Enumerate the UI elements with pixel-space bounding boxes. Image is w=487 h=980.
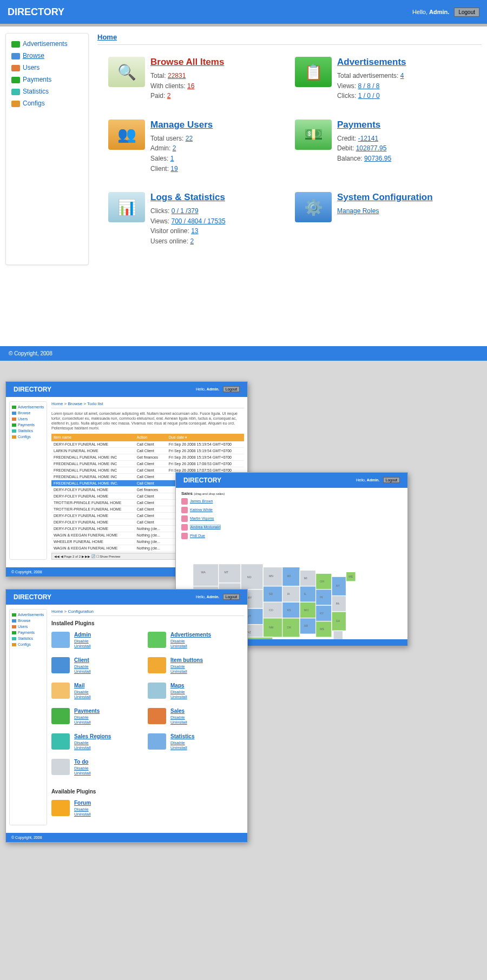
plugin-statistics: StatisticsDisableUninstall <box>148 733 244 750</box>
plugin-advertisements: AdvertisementsDisableUninstall <box>148 632 244 648</box>
svg-text:AR: AR <box>304 624 308 627</box>
menu-icon <box>11 41 20 48</box>
svg-rect-16 <box>282 586 300 601</box>
link-browse[interactable]: Browse All Items <box>150 57 224 67</box>
svg-text:CO: CO <box>269 608 273 611</box>
plugin-icon <box>51 632 70 648</box>
svg-text:NY: NY <box>336 584 340 587</box>
plugin-forum: ForumDisableUninstall <box>51 800 148 817</box>
breadcrumb: Home <box>97 33 482 45</box>
plugin-maps: MapsDisableUninstall <box>148 683 244 699</box>
card-browse: 🔍 Browse All Items Total: 22831 With cli… <box>108 57 295 101</box>
sales-list: Sales (drag and drop sales) James BrownK… <box>181 491 228 541</box>
svg-text:MS: MS <box>320 627 324 631</box>
plugin-payments: PaymentsDisableUninstall <box>51 708 148 725</box>
money-icon: 💵 <box>295 120 332 150</box>
card-system: ⚙️ System Configuration Manage Roles <box>295 192 482 246</box>
link-logs[interactable]: Logs & Statistics <box>150 192 225 202</box>
preview-config: DIRECTORY Hello, Admin.Logout Advertisem… <box>5 589 248 843</box>
people-icon: 👥 <box>108 120 145 150</box>
link-users[interactable]: Manage Users <box>150 120 213 130</box>
plugin-icon <box>148 708 166 724</box>
plugin-item buttons: Item buttonsDisableUninstall <box>148 657 244 674</box>
menu-icon <box>11 77 20 83</box>
svg-text:OK: OK <box>287 625 292 628</box>
sidebar-item-browse[interactable]: Browse <box>10 50 84 62</box>
card-payments: 💵 Payments Credit: -12141 Debit: 102877.… <box>295 120 482 174</box>
link-system[interactable]: System Configuration <box>337 192 433 202</box>
menu-icon <box>11 89 20 95</box>
plugin-mail: MailDisableUninstall <box>51 683 148 699</box>
svg-rect-7 <box>241 564 263 589</box>
sidebar-item-statistics[interactable]: Statistics <box>10 85 84 97</box>
svg-text:UT: UT <box>247 614 252 618</box>
plugin-icon <box>51 683 70 699</box>
svg-text:MT: MT <box>224 571 228 574</box>
link-payments[interactable]: Payments <box>337 120 380 130</box>
svg-text:IL: IL <box>304 592 306 595</box>
svg-text:ND: ND <box>247 575 252 579</box>
table-row[interactable]: DERY-FOLEY FUNERAL HOMECall ClientFri Se… <box>51 441 244 448</box>
footer: © Copyright, 2008 <box>0 346 487 361</box>
svg-text:IA: IA <box>287 592 290 595</box>
svg-text:OH: OH <box>320 579 324 582</box>
svg-text:PA: PA <box>336 602 340 605</box>
sidebar-item-payments[interactable]: Payments <box>10 74 84 85</box>
svg-rect-15 <box>282 567 300 586</box>
svg-rect-17 <box>282 602 300 618</box>
svg-text:MO: MO <box>304 608 309 611</box>
gear-icon: ⚙️ <box>295 192 332 222</box>
link-ads[interactable]: Advertisements <box>337 57 406 67</box>
greeting: Hello, Admin. Logout <box>412 8 479 17</box>
chart-clipboard-icon: 📊 <box>108 192 145 222</box>
svg-text:MN: MN <box>269 574 273 578</box>
svg-text:SD: SD <box>269 592 273 595</box>
book-magnifier-icon: 🔍 <box>108 57 145 87</box>
link-manage-roles[interactable]: Manage Roles <box>337 207 379 215</box>
header: DIRECTORY Hello, Admin. Logout <box>0 0 487 24</box>
plugin-icon <box>51 759 70 775</box>
svg-text:NM: NM <box>269 625 273 628</box>
card-users: 👥 Manage Users Total users: 22 Admin: 2 … <box>108 120 295 174</box>
plugin-client: ClientDisableUninstall <box>51 657 148 674</box>
sidebar-item-configs[interactable]: Configs <box>10 97 84 109</box>
svg-text:KS: KS <box>287 608 292 611</box>
logout-button[interactable]: Logout <box>454 8 479 17</box>
plugin-icon <box>51 800 70 816</box>
sidebar: AdvertisementsBrowseUsersPaymentsStatist… <box>5 33 89 265</box>
svg-rect-1 <box>193 564 219 586</box>
svg-text:MI: MI <box>304 576 307 579</box>
svg-rect-21 <box>300 586 315 601</box>
table-row[interactable]: LARKIN FUNERAL HOMECall ClientFri Sep 26… <box>51 447 244 454</box>
svg-rect-20 <box>300 570 315 586</box>
menu-icon <box>11 53 20 59</box>
svg-text:IN: IN <box>320 595 323 599</box>
billboard-icon: 📋 <box>295 57 332 87</box>
plugin-admin: AdminDisableUninstall <box>51 632 148 648</box>
plugin-icon <box>148 657 166 673</box>
menu-icon <box>11 101 20 107</box>
svg-text:KY: KY <box>320 611 324 614</box>
svg-rect-25 <box>316 589 332 605</box>
sidebar-item-advertisements[interactable]: Advertisements <box>10 38 84 50</box>
card-advertisements: 📋 Advertisements Total advertisements: 4… <box>295 57 482 101</box>
svg-rect-4 <box>219 564 241 582</box>
plugin-to do: To doDisableUninstall <box>51 759 148 776</box>
svg-text:GA: GA <box>336 619 340 622</box>
plugin-icon <box>148 632 166 648</box>
plugin-icon <box>51 733 70 750</box>
svg-rect-31 <box>333 631 343 639</box>
main-content: AdvertisementsBrowseUsersPaymentsStatist… <box>0 27 487 287</box>
preview-area: DIRECTORY Hello, Admin.Logout Advertisem… <box>0 373 487 980</box>
plugin-icon <box>148 733 166 750</box>
plugin-icon <box>51 708 70 724</box>
svg-text:WY: WY <box>247 596 252 599</box>
table-row[interactable]: FREDENDALL FUNERAL HOME INCGet financesF… <box>51 454 244 460</box>
plugin-icon <box>51 657 70 673</box>
card-logs: 📊 Logs & Statistics Clicks: 0 / 1 /379 V… <box>108 192 295 246</box>
app-logo: DIRECTORY <box>8 7 64 17</box>
main-window: DIRECTORY Hello, Admin. Logout Advertise… <box>0 0 487 361</box>
table-row[interactable]: FREDENDALL FUNERAL HOME INCCall ClientFr… <box>51 460 244 467</box>
crumb-home[interactable]: Home <box>97 33 117 41</box>
sidebar-item-users[interactable]: Users <box>10 62 84 74</box>
